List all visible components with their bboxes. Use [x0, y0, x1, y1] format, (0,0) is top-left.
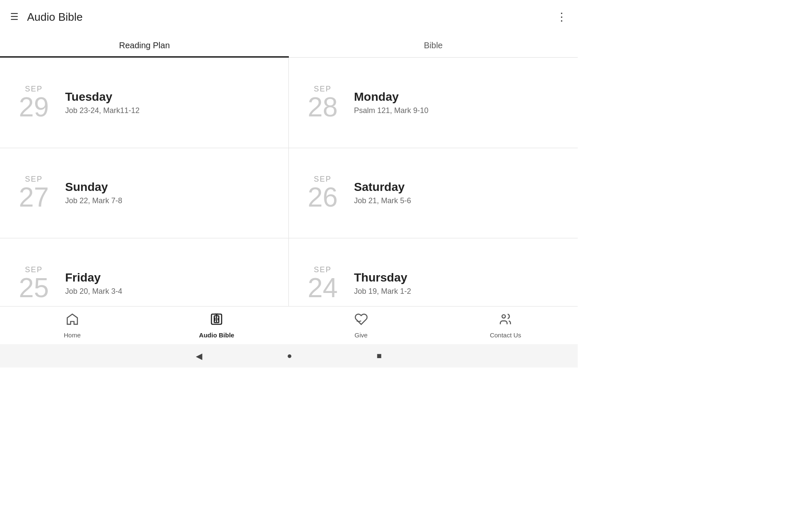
bottom-nav: Home Audio Bible Give [0, 306, 578, 344]
tab-bar: Reading Plan Bible [0, 34, 578, 58]
date-block-0: SEP 29 [13, 85, 55, 121]
passages-1: Psalm 121, Mark 9-10 [354, 106, 428, 115]
day-3: 26 [307, 184, 337, 211]
svg-point-7 [502, 315, 505, 318]
nav-item-audio-bible[interactable]: Audio Bible [145, 309, 289, 342]
reading-info-2: Sunday Job 22, Mark 7-8 [65, 180, 122, 205]
passages-2: Job 22, Mark 7-8 [65, 196, 122, 205]
weekday-0: Tuesday [65, 90, 140, 104]
weekday-3: Saturday [354, 180, 411, 194]
weekday-2: Sunday [65, 180, 122, 194]
header: ☰ Audio Bible ⋮ [0, 0, 578, 34]
date-block-1: SEP 28 [302, 85, 344, 121]
reading-info-3: Saturday Job 21, Mark 5-6 [354, 180, 411, 205]
weekday-5: Thursday [354, 271, 411, 284]
more-options-icon[interactable]: ⋮ [556, 11, 568, 24]
reading-entry-1[interactable]: SEP 28 Monday Psalm 121, Mark 9-10 [289, 58, 578, 148]
day-2: 27 [19, 184, 49, 211]
audio-bible-icon [210, 312, 223, 329]
passages-0: Job 23-24, Mark11-12 [65, 106, 140, 115]
weekday-4: Friday [65, 271, 122, 284]
back-button[interactable]: ◀ [196, 351, 202, 361]
day-4: 25 [19, 274, 49, 301]
contact-us-icon [499, 312, 512, 329]
passages-3: Job 21, Mark 5-6 [354, 196, 411, 205]
home-button[interactable]: ● [287, 351, 292, 361]
reading-entry-2[interactable]: SEP 27 Sunday Job 22, Mark 7-8 [0, 148, 289, 239]
date-block-3: SEP 26 [302, 175, 344, 211]
passages-5: Job 19, Mark 1-2 [354, 287, 411, 296]
reading-entry-3[interactable]: SEP 26 Saturday Job 21, Mark 5-6 [289, 148, 578, 239]
nav-item-contact-us[interactable]: Contact Us [433, 309, 578, 342]
app-title: Audio Bible [27, 11, 83, 24]
date-block-4: SEP 25 [13, 265, 55, 301]
home-icon [66, 312, 79, 329]
reading-info-1: Monday Psalm 121, Mark 9-10 [354, 90, 428, 115]
hamburger-menu-icon[interactable]: ☰ [10, 12, 19, 22]
day-1: 28 [307, 94, 337, 121]
reading-info-5: Thursday Job 19, Mark 1-2 [354, 271, 411, 296]
nav-item-home[interactable]: Home [0, 309, 145, 342]
tab-reading-plan[interactable]: Reading Plan [0, 34, 289, 57]
header-left: ☰ Audio Bible [10, 11, 83, 24]
tab-bible[interactable]: Bible [289, 34, 578, 57]
date-block-2: SEP 27 [13, 175, 55, 211]
reading-plan-grid: SEP 29 Tuesday Job 23-24, Mark11-12 SEP … [0, 58, 578, 329]
day-5: 24 [307, 274, 337, 301]
passages-4: Job 20, Mark 3-4 [65, 287, 122, 296]
reading-info-0: Tuesday Job 23-24, Mark11-12 [65, 90, 140, 115]
reading-info-4: Friday Job 20, Mark 3-4 [65, 271, 122, 296]
nav-label-give: Give [354, 331, 368, 339]
date-block-5: SEP 24 [302, 265, 344, 301]
nav-label-audio-bible: Audio Bible [199, 331, 234, 339]
system-nav-bar: ◀ ● ■ [0, 344, 578, 367]
weekday-1: Monday [354, 90, 428, 104]
give-icon [354, 312, 368, 329]
nav-label-contact-us: Contact Us [490, 331, 521, 339]
nav-label-home: Home [64, 331, 81, 339]
day-0: 29 [19, 94, 49, 121]
reading-entry-0[interactable]: SEP 29 Tuesday Job 23-24, Mark11-12 [0, 58, 289, 148]
recent-button[interactable]: ■ [377, 351, 382, 361]
nav-item-give[interactable]: Give [289, 309, 433, 342]
